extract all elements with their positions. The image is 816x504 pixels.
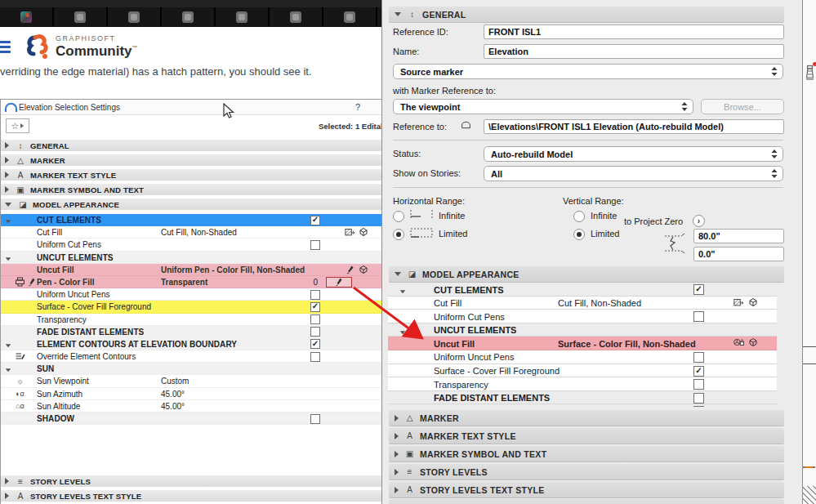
settings-row-cut-fill[interactable]: Cut FillCut Fill, Non-Shaded xyxy=(388,297,777,310)
settings-row-shadow[interactable]: SHADOW xyxy=(1,413,381,425)
checkbox[interactable] xyxy=(310,290,320,300)
section-label: STORY LEVELS xyxy=(30,477,91,486)
checkbox[interactable] xyxy=(693,393,704,404)
horizontal-infinite-radio[interactable] xyxy=(393,211,404,222)
section-story-levels-text-style[interactable]: ASTORY LEVELS TEXT STYLE xyxy=(389,482,784,498)
help-icon[interactable]: ? xyxy=(355,102,360,112)
section-general[interactable]: ↕GENERAL xyxy=(1,140,381,151)
reference-id-input[interactable]: FRONT ISL1 xyxy=(484,25,784,39)
section-story-levels-text-style[interactable]: ASTORY LEVELS TEXT STYLE xyxy=(1,490,381,502)
settings-row-sun-viewpoint[interactable]: ☼Sun ViewpointCustom xyxy=(1,375,381,387)
pen-color-button[interactable] xyxy=(326,277,352,288)
brand-text[interactable]: GRAPHISOFT Community™ xyxy=(56,35,138,58)
surface-icon xyxy=(358,227,368,237)
checkbox[interactable] xyxy=(310,216,320,225)
horizontal-limited-radio[interactable] xyxy=(393,229,404,240)
settings-row-pen-color-fill[interactable]: Pen - Color FillTransparent0 xyxy=(1,276,381,288)
settings-row-surface-cover-fill-foreground[interactable]: Surface - Cover Fill Foreground xyxy=(1,301,381,313)
settings-row-uncut-fill[interactable]: Uncut FillSurface - Color Fill, Non-Shad… xyxy=(388,337,777,350)
checkbox[interactable] xyxy=(310,314,320,324)
settings-row-cut-fill[interactable]: Cut FillCut Fill, Non-Shaded xyxy=(1,226,381,239)
settings-row-uncut-elements[interactable]: UNCUT ELEMENTS xyxy=(1,252,381,264)
settings-row-transparency[interactable]: Transparency xyxy=(1,314,381,326)
project-zero-chevron-icon[interactable]: › xyxy=(693,215,705,227)
section-marker-symbol-and-text[interactable]: ▣MARKER SYMBOL AND TEXT xyxy=(389,446,784,462)
checkbox[interactable] xyxy=(693,284,704,295)
settings-row-uniform-uncut-pens[interactable]: Uniform Uncut Pens xyxy=(1,288,381,301)
browser-tab[interactable] xyxy=(0,7,54,26)
section-marker-text-style[interactable]: AMARKER TEXT STYLE xyxy=(1,169,381,181)
dialog-titlebar[interactable]: Elevation Selection Settings ? xyxy=(1,100,381,115)
show-on-stories-select[interactable]: All xyxy=(484,166,783,181)
section-model-appearance[interactable]: ◪MODEL APPEARANCE xyxy=(1,198,381,210)
vertical-infinite-radio[interactable] xyxy=(573,211,585,222)
checkbox[interactable] xyxy=(693,406,704,407)
settings-row-sun-altitude[interactable]: ⌂αSun Altitude45.00° xyxy=(1,400,381,413)
checkbox[interactable] xyxy=(693,311,704,322)
vertical-limited-radio[interactable] xyxy=(573,229,585,240)
marker-symbol-icon: ▣ xyxy=(14,185,27,194)
checkbox[interactable] xyxy=(693,366,704,377)
row-action-icons[interactable] xyxy=(345,227,368,237)
general-section-bar[interactable]: ↕ GENERAL xyxy=(389,7,784,23)
settings-row-sun[interactable]: SUN xyxy=(1,363,381,375)
checkbox[interactable] xyxy=(693,379,704,390)
settings-row-surface-cover-fill-foreground[interactable]: Surface - Cover Fill Foreground xyxy=(388,364,777,378)
settings-row-fade-distant-elements[interactable]: FADE DISTANT ELEMENTS xyxy=(1,326,381,338)
browser-tab[interactable] xyxy=(270,7,323,26)
checkbox[interactable] xyxy=(310,302,320,312)
name-input[interactable]: Elevation xyxy=(484,44,784,59)
section-marker[interactable]: △MARKER xyxy=(1,154,381,166)
row-value: Transparent xyxy=(161,278,207,287)
range-top-input[interactable]: 80.0" xyxy=(693,229,784,243)
range-bottom-input[interactable]: 0.0" xyxy=(693,247,784,261)
viewpoint-select[interactable]: The viewpoint xyxy=(393,99,693,114)
row-value: 45.00° xyxy=(161,402,185,411)
source-marker-select[interactable]: Source marker xyxy=(393,64,783,79)
section-story-levels[interactable]: ≡STORY LEVELS xyxy=(1,475,381,487)
section-label: STORY LEVELS TEXT STYLE xyxy=(30,492,141,501)
row-action-icons[interactable] xyxy=(734,297,758,307)
checkbox[interactable] xyxy=(310,327,320,337)
browser-tab[interactable] xyxy=(54,7,108,26)
section-marker-text-style[interactable]: AMARKER TEXT STYLE xyxy=(389,428,784,444)
settings-row-cut-elements[interactable]: CUT ELEMENTS xyxy=(1,214,381,226)
settings-row-uniform-cut-pens[interactable]: Uniform Cut Pens xyxy=(388,310,777,323)
checkbox[interactable] xyxy=(310,240,320,250)
section-marker-symbol-and-text[interactable]: ▣MARKER SYMBOL AND TEXT xyxy=(1,184,381,195)
model-appearance-rows-mac: CUT ELEMENTSCut FillCut Fill, Non-Shaded… xyxy=(388,283,777,407)
row-action-icons[interactable] xyxy=(345,265,368,274)
reference-to-input[interactable]: \Elevations\FRONT ISL1 Elevation (Auto-r… xyxy=(484,119,784,134)
row-action-icons[interactable] xyxy=(734,337,758,347)
settings-row-transparency[interactable]: Transparency xyxy=(388,377,777,391)
settings-row-sun-azimuth[interactable]: ◐αSun Azimuth45.00° xyxy=(1,388,381,400)
settings-row-uncut-elements[interactable]: UNCUT ELEMENTS xyxy=(388,323,777,337)
settings-row-element-contours-at-elevation-boundary[interactable]: ELEMENT CONTOURS AT ELEVATION BOUNDARY xyxy=(388,404,777,407)
settings-row-element-contours-at-elevation-boundary[interactable]: ELEMENT CONTOURS AT ELEVATION BOUNDARY xyxy=(1,338,381,350)
section-marker[interactable]: △MARKER xyxy=(389,410,784,426)
checkbox[interactable] xyxy=(693,352,704,363)
section-story-levels[interactable]: ≡STORY LEVELS xyxy=(389,464,784,480)
row-value: Custom xyxy=(161,377,189,386)
browse-button[interactable]: Browse... xyxy=(701,99,784,114)
status-select[interactable]: Auto-rebuild Model xyxy=(484,146,783,162)
browser-tab[interactable] xyxy=(108,7,162,26)
settings-row-fade-distant-elements[interactable]: FADE DISTANT ELEMENTS xyxy=(388,391,777,405)
chevron-right-icon xyxy=(5,493,9,499)
browser-tab[interactable] xyxy=(323,7,377,26)
browser-tab[interactable] xyxy=(216,7,270,26)
section-story-levels-symbol-and-text[interactable]: ▣STORY LEVELS SYMBOL AND TEXT xyxy=(389,499,784,504)
menu-icon[interactable] xyxy=(0,41,11,56)
checkbox[interactable] xyxy=(310,414,320,424)
browser-tab[interactable] xyxy=(162,7,216,26)
favorites-button[interactable]: ☆ xyxy=(6,118,29,133)
settings-row-override-element-contours[interactable]: Override Element Contours xyxy=(1,350,381,363)
settings-row-cut-elements[interactable]: CUT ELEMENTS xyxy=(388,283,777,297)
settings-row-uncut-fill[interactable]: Uncut FillUniform Pen - Color Fill, Non-… xyxy=(1,264,381,276)
settings-row-uniform-cut-pens[interactable]: Uniform Cut Pens xyxy=(1,239,381,251)
checkbox[interactable] xyxy=(310,352,320,362)
checkbox[interactable] xyxy=(310,339,320,349)
row-label: Sun Altitude xyxy=(37,402,80,411)
model-appearance-section-bar[interactable]: ◪ MODEL APPEARANCE xyxy=(389,266,784,283)
settings-row-uniform-uncut-pens[interactable]: Uniform Uncut Pens xyxy=(388,350,777,364)
